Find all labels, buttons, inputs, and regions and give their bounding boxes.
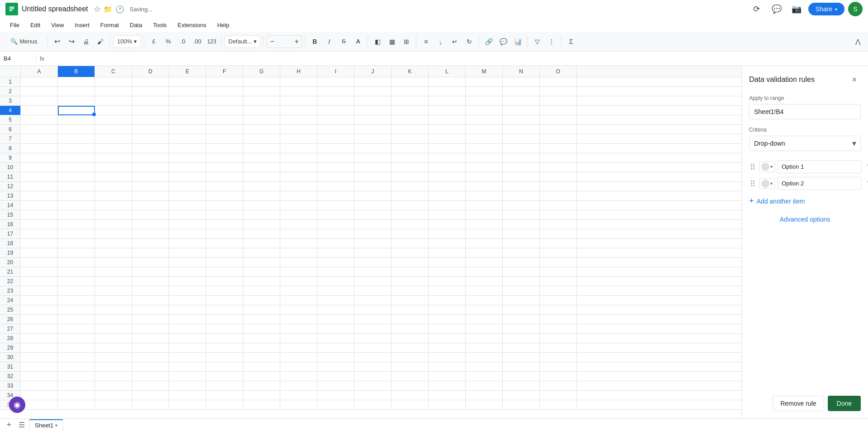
cell-I16[interactable] xyxy=(317,220,354,229)
cell-J7[interactable] xyxy=(354,134,392,144)
cell-E9[interactable] xyxy=(169,153,206,163)
search-menus-btn[interactable]: 🔍 Menus xyxy=(4,35,44,48)
cell-O24[interactable] xyxy=(540,296,577,305)
cell-J18[interactable] xyxy=(354,239,392,248)
print-btn[interactable]: 🖨 xyxy=(79,35,93,48)
cell-O14[interactable] xyxy=(540,201,577,210)
row-num-3[interactable]: 3 xyxy=(0,96,21,105)
remove-rule-button[interactable]: Remove rule xyxy=(773,396,824,411)
cell-J23[interactable] xyxy=(354,286,392,296)
accessibility-button[interactable]: ◉ xyxy=(9,397,25,413)
cell-K3[interactable] xyxy=(392,96,429,106)
menu-extensions[interactable]: Extensions xyxy=(173,20,211,30)
cell-L4[interactable] xyxy=(429,106,466,115)
cell-J15[interactable] xyxy=(354,210,392,220)
cell-F32[interactable] xyxy=(206,372,243,381)
cell-A29[interactable] xyxy=(21,343,58,353)
cell-B34[interactable] xyxy=(58,391,95,400)
col-header-B[interactable]: B xyxy=(58,66,95,77)
cell-M12[interactable] xyxy=(466,182,503,191)
cell-D29[interactable] xyxy=(132,343,169,353)
cell-B29[interactable] xyxy=(58,343,95,353)
cell-O15[interactable] xyxy=(540,210,577,220)
cell-N32[interactable] xyxy=(503,372,540,381)
cell-G24[interactable] xyxy=(243,296,280,305)
cell-E12[interactable] xyxy=(169,182,206,191)
cell-E31[interactable] xyxy=(169,362,206,372)
cell-O30[interactable] xyxy=(540,353,577,362)
row-num-18[interactable]: 18 xyxy=(0,239,21,248)
cell-M19[interactable] xyxy=(466,248,503,258)
cell-B8[interactable] xyxy=(58,144,95,153)
criteria-select[interactable]: Drop-down Text Number xyxy=(749,136,861,151)
cell-E13[interactable] xyxy=(169,191,206,201)
cell-D6[interactable] xyxy=(132,125,169,134)
cell-D15[interactable] xyxy=(132,210,169,220)
cell-N22[interactable] xyxy=(503,277,540,286)
cell-E29[interactable] xyxy=(169,343,206,353)
cell-D2[interactable] xyxy=(132,87,169,96)
cell-L22[interactable] xyxy=(429,277,466,286)
cell-J8[interactable] xyxy=(354,144,392,153)
drag-handle-2[interactable] xyxy=(749,179,756,188)
row-num-12[interactable]: 12 xyxy=(0,182,21,191)
cell-F35[interactable] xyxy=(206,400,243,410)
cell-E8[interactable] xyxy=(169,144,206,153)
cell-N30[interactable] xyxy=(503,353,540,362)
cell-J11[interactable] xyxy=(354,172,392,182)
cell-F2[interactable] xyxy=(206,87,243,96)
cell-J1[interactable] xyxy=(354,77,392,87)
cell-G1[interactable] xyxy=(243,77,280,87)
cell-H8[interactable] xyxy=(280,144,317,153)
cell-D20[interactable] xyxy=(132,258,169,267)
paintformat-btn[interactable]: 🖌 xyxy=(94,35,107,48)
font-size-input[interactable]: 10 xyxy=(277,38,292,45)
cell-A10[interactable] xyxy=(21,163,58,172)
cell-G27[interactable] xyxy=(243,324,280,334)
col-header-I[interactable]: I xyxy=(317,66,354,77)
cell-L13[interactable] xyxy=(429,191,466,201)
cell-A4[interactable] xyxy=(21,106,58,115)
cell-F13[interactable] xyxy=(206,191,243,201)
row-num-1[interactable]: 1 xyxy=(0,77,21,86)
cell-C29[interactable] xyxy=(95,343,132,353)
cell-B20[interactable] xyxy=(58,258,95,267)
cell-H7[interactable] xyxy=(280,134,317,144)
cell-C8[interactable] xyxy=(95,144,132,153)
text-wrap-btn[interactable]: ↵ xyxy=(448,35,462,48)
row-num-32[interactable]: 32 xyxy=(0,372,21,381)
italic-btn[interactable]: I xyxy=(322,35,336,48)
cell-B23[interactable] xyxy=(58,286,95,296)
cell-B19[interactable] xyxy=(58,248,95,258)
cell-M25[interactable] xyxy=(466,305,503,315)
cell-K12[interactable] xyxy=(392,182,429,191)
cell-D10[interactable] xyxy=(132,163,169,172)
cell-L2[interactable] xyxy=(429,87,466,96)
cell-G33[interactable] xyxy=(243,381,280,391)
cell-C35[interactable] xyxy=(95,400,132,410)
cell-I32[interactable] xyxy=(317,372,354,381)
cell-J4[interactable] xyxy=(354,106,392,115)
cell-M8[interactable] xyxy=(466,144,503,153)
cell-E30[interactable] xyxy=(169,353,206,362)
cell-L16[interactable] xyxy=(429,220,466,229)
cell-A24[interactable] xyxy=(21,296,58,305)
cell-K32[interactable] xyxy=(392,372,429,381)
cell-K5[interactable] xyxy=(392,115,429,125)
cell-C16[interactable] xyxy=(95,220,132,229)
cell-N19[interactable] xyxy=(503,248,540,258)
cell-J10[interactable] xyxy=(354,163,392,172)
row-num-16[interactable]: 16 xyxy=(0,220,21,229)
option-1-input[interactable] xyxy=(778,160,862,173)
cell-N2[interactable] xyxy=(503,87,540,96)
cell-D21[interactable] xyxy=(132,267,169,277)
cell-F22[interactable] xyxy=(206,277,243,286)
cell-E25[interactable] xyxy=(169,305,206,315)
cell-J34[interactable] xyxy=(354,391,392,400)
row-num-20[interactable]: 20 xyxy=(0,258,21,267)
row-num-30[interactable]: 30 xyxy=(0,353,21,362)
cell-M33[interactable] xyxy=(466,381,503,391)
cell-O1[interactable] xyxy=(540,77,577,87)
cell-J2[interactable] xyxy=(354,87,392,96)
cell-N26[interactable] xyxy=(503,315,540,324)
